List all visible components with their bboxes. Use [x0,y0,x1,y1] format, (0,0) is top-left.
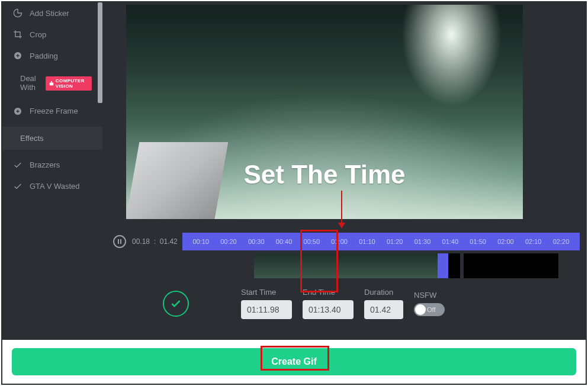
sidebar-item-freeze-frame[interactable]: Freeze Frame [2,101,102,122]
sidebar-item-add-sticker[interactable]: Add Sticker [2,2,102,24]
nsfw-toggle[interactable]: Off [414,303,445,316]
start-time-field: Start Time [241,288,292,319]
computer-vision-badge: COMPUTER VISION [46,76,92,91]
controls-row: Start Time End Time Duration NSFW Off [102,282,586,329]
badge-label: COMPUTER VISION [56,78,88,89]
end-time-field: End Time [303,288,354,319]
check-icon [13,160,23,170]
current-time: 00.18 [132,237,150,246]
sidebar-label: Deal [20,75,36,83]
tick: 01:00 [326,238,354,245]
field-label: End Time [303,288,354,297]
sidebar-label: With [20,83,36,92]
pause-icon [118,239,121,244]
sidebar-label: GTA V Wasted [30,182,80,191]
clip-segment[interactable] [254,253,438,278]
sidebar-label: Add Sticker [30,9,69,18]
toggle-knob [415,304,426,315]
clip-segment[interactable] [464,253,558,278]
tick: 01:30 [409,238,436,245]
sidebar-header-effects[interactable]: Effects [2,127,102,150]
editor-panel: Add Sticker Crop Padding [2,2,586,340]
tick: 01:50 [464,238,492,245]
create-gif-button[interactable]: Create Gif [12,348,576,375]
tick: 02:00 [492,238,520,245]
tick: 00:50 [298,238,326,245]
time-readout: 00.18 : 01.42 [132,237,178,246]
total-time: 01.42 [160,237,178,246]
duration-input[interactable] [364,300,403,319]
plus-circle-icon [13,51,23,60]
end-time-input[interactable] [303,300,354,319]
timeline-ruler[interactable]: 00:10 00:20 00:30 00:40 00:50 01:00 01:1… [182,233,580,250]
field-label: Start Time [241,288,292,297]
sidebar-item-crop[interactable]: Crop [2,24,102,45]
plus-circle-icon [13,107,23,116]
sidebar-item-deal-with[interactable]: Deal With COMPUTER VISION [2,71,102,101]
tick: 02:20 [547,238,575,245]
check-icon [13,182,23,191]
main-panel: Set The Time 00.18 : 01.42 00:10 00:20 0… [102,2,586,340]
field-label: Duration [364,288,403,297]
tick: 00:30 [242,238,270,245]
check-icon [170,298,182,310]
sidebar-label: Brazzers [30,160,60,169]
sidebar-item-brazzers[interactable]: Brazzers [2,155,102,176]
toggle-state: Off [427,306,435,313]
sidebar-item-padding[interactable]: Padding [2,45,102,66]
confirm-button[interactable] [163,291,189,317]
annotation-title: Set The Time [243,160,405,189]
selection-segment[interactable] [438,253,448,278]
svg-rect-1 [50,82,53,85]
tick: 01:20 [381,238,409,245]
tick: 00:20 [215,238,243,245]
timeline: 00.18 : 01.42 00:10 00:20 00:30 00:40 00… [102,225,586,253]
start-time-input[interactable] [241,300,292,319]
sidebar-header-label: Effects [20,134,44,143]
create-row: Create Gif [2,340,586,381]
nsfw-field: NSFW Off [414,291,445,316]
tick: 01:40 [436,238,464,245]
annotation-arrow [341,191,342,227]
sidebar-item-gta-wasted[interactable]: GTA V Wasted [2,176,102,197]
sidebar-scrollbar[interactable] [98,2,102,103]
sidebar: Add Sticker Crop Padding [2,2,102,340]
robot-icon [49,81,54,86]
sidebar-label: Padding [30,52,58,60]
sidebar-label: Freeze Frame [30,107,78,115]
video-preview[interactable]: Set The Time [126,5,523,219]
tick: 01:10 [354,238,381,245]
pause-button[interactable] [113,235,126,248]
tick: 00:40 [270,238,298,245]
duration-field: Duration [364,288,403,319]
thumbnail-strip[interactable] [102,253,586,282]
crop-icon [13,30,23,39]
svg-rect-2 [51,81,52,82]
tick: 02:10 [519,238,547,245]
tick: 00:10 [187,238,215,245]
sticker-icon [13,8,23,18]
clip-segment[interactable] [448,253,460,278]
create-gif-label: Create Gif [271,356,316,366]
sidebar-label: Crop [30,30,46,39]
field-label: NSFW [414,291,445,300]
